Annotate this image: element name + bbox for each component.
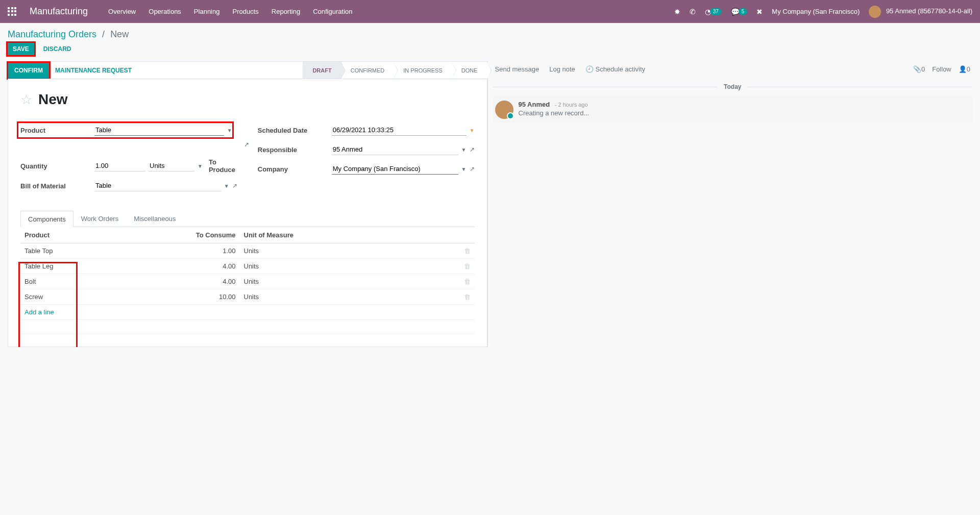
message-time: - 2 hours ago — [555, 102, 588, 108]
chat-badge[interactable]: 💬 5 — [731, 8, 748, 16]
status-in-progress[interactable]: IN PROGRESS — [394, 62, 451, 79]
apps-icon[interactable] — [8, 7, 17, 16]
add-line-link[interactable]: Add a line — [24, 308, 54, 316]
cell-qty[interactable]: 10.00 — [163, 289, 240, 305]
product-input[interactable] — [94, 125, 224, 136]
table-row[interactable]: Table Leg4.00Units🗑 — [20, 259, 475, 274]
save-button[interactable]: SAVE — [8, 43, 34, 55]
company-selector[interactable]: My Company (San Francisco) — [772, 8, 860, 15]
paperclip-icon: 📎 — [913, 65, 921, 73]
product-label: Product — [20, 127, 94, 134]
tabs: Components Work Orders Miscellaneous — [20, 210, 475, 227]
scheduled-date-label: Scheduled Date — [258, 127, 332, 134]
external-link-icon[interactable]: ↗ — [232, 182, 237, 189]
cell-qty[interactable]: 1.00 — [163, 243, 240, 259]
table-row[interactable]: Screw10.00Units🗑 — [20, 289, 475, 305]
form-actions: SAVE DISCARD — [8, 43, 972, 55]
cell-qty[interactable]: 4.00 — [163, 274, 240, 289]
chevron-down-icon[interactable]: ▼ — [470, 128, 475, 133]
cell-delete[interactable]: 🗑 — [459, 243, 475, 259]
cell-uom[interactable]: Units — [240, 243, 459, 259]
today-separator: Today — [718, 83, 747, 90]
scheduled-date-input[interactable] — [332, 125, 467, 136]
responsible-input[interactable] — [332, 144, 458, 155]
follow-button[interactable]: Follow — [932, 65, 951, 73]
trash-icon[interactable]: 🗑 — [464, 262, 471, 270]
phone-icon[interactable]: ✆ — [690, 8, 696, 16]
quantity-input[interactable] — [94, 160, 145, 171]
nav-overview[interactable]: Overview — [108, 8, 136, 15]
avatar-icon — [495, 101, 513, 119]
bug-icon[interactable]: ✸ — [674, 8, 680, 16]
tab-miscellaneous[interactable]: Miscellaneous — [126, 210, 183, 227]
status-draft[interactable]: DRAFT — [303, 62, 340, 79]
table-row[interactable]: Table Top1.00Units🗑 — [20, 243, 475, 259]
cell-delete[interactable]: 🗑 — [459, 274, 475, 289]
breadcrumb-current: New — [110, 29, 129, 39]
cell-uom[interactable]: Units — [240, 274, 459, 289]
breadcrumb-root[interactable]: Manufacturing Orders — [8, 29, 96, 39]
nav-reporting[interactable]: Reporting — [272, 8, 300, 15]
company-label: Company — [258, 165, 332, 173]
tab-work-orders[interactable]: Work Orders — [74, 210, 126, 227]
cell-uom[interactable]: Units — [240, 289, 459, 305]
followers-count[interactable]: 👤0 — [959, 65, 970, 73]
chevron-down-icon[interactable]: ▼ — [224, 183, 229, 189]
status-done[interactable]: DONE — [452, 62, 487, 79]
page-title: New — [38, 91, 68, 108]
send-message-button[interactable]: Send message — [495, 65, 540, 73]
attachments-count[interactable]: 📎0 — [913, 65, 925, 73]
nav-menu: Overview Operations Planning Products Re… — [108, 8, 352, 15]
to-produce-label: To Produce — [209, 158, 237, 174]
status-confirmed[interactable]: CONFIRMED — [341, 62, 394, 79]
cell-product[interactable]: Screw — [20, 289, 163, 305]
discard-button[interactable]: DISCARD — [38, 43, 77, 55]
cell-uom[interactable]: Units — [240, 259, 459, 274]
workflow-bar: CONFIRM MAINTENANCE REQUEST DRAFT CONFIR… — [8, 61, 487, 79]
maintenance-request-button[interactable]: MAINTENANCE REQUEST — [49, 63, 138, 78]
top-nav: Manufacturing Overview Operations Planni… — [0, 0, 980, 23]
nav-right: ✸ ✆ ◔ 37 💬 5 ✖ My Company (San Francisco… — [674, 6, 972, 18]
uom-input[interactable] — [149, 160, 194, 171]
external-link-icon[interactable]: ↗ — [244, 141, 249, 148]
log-note-button[interactable]: Log note — [549, 65, 575, 73]
table-row[interactable]: Bolt4.00Units🗑 — [20, 274, 475, 289]
favorite-star-icon[interactable]: ☆ — [20, 92, 32, 108]
cell-product[interactable]: Bolt — [20, 274, 163, 289]
external-link-icon[interactable]: ↗ — [470, 165, 475, 173]
cell-product[interactable]: Table Leg — [20, 259, 163, 274]
nav-planning[interactable]: Planning — [194, 8, 220, 15]
company-input[interactable] — [332, 163, 458, 175]
cell-product[interactable]: Table Top — [20, 243, 163, 259]
cell-qty[interactable]: 4.00 — [163, 259, 240, 274]
chevron-down-icon[interactable]: ▼ — [461, 147, 467, 153]
tools-icon[interactable]: ✖ — [756, 8, 763, 16]
trash-icon[interactable]: 🗑 — [464, 293, 471, 301]
nav-products[interactable]: Products — [232, 8, 258, 15]
trash-icon[interactable]: 🗑 — [464, 278, 471, 285]
chevron-down-icon[interactable]: ▼ — [227, 128, 232, 133]
tab-components[interactable]: Components — [20, 211, 74, 227]
external-link-icon[interactable]: ↗ — [470, 146, 475, 153]
bom-input[interactable] — [94, 180, 221, 191]
chevron-down-icon[interactable]: ▼ — [198, 163, 203, 169]
clock-badge[interactable]: ◔ 37 — [705, 8, 722, 16]
user-menu[interactable]: 95 Anmed (8567780-14-0-all) — [869, 6, 972, 18]
message: 95 Anmed - 2 hours ago Creating a new re… — [493, 96, 973, 123]
chevron-down-icon[interactable]: ▼ — [461, 166, 467, 172]
confirm-button[interactable]: CONFIRM — [8, 63, 49, 78]
col-actions — [459, 227, 475, 243]
breadcrumb-sep: / — [102, 29, 105, 39]
nav-operations[interactable]: Operations — [149, 8, 181, 15]
schedule-activity-button[interactable]: 🕘 Schedule activity — [585, 65, 645, 73]
cell-delete[interactable]: 🗑 — [459, 289, 475, 305]
breadcrumb: Manufacturing Orders / New — [8, 23, 972, 43]
nav-configuration[interactable]: Configuration — [313, 8, 352, 15]
responsible-label: Responsible — [258, 146, 332, 154]
trash-icon[interactable]: 🗑 — [464, 247, 471, 255]
statusbar: DRAFT CONFIRMED IN PROGRESS DONE — [303, 62, 486, 79]
message-author[interactable]: 95 Anmed — [519, 101, 550, 108]
cell-delete[interactable]: 🗑 — [459, 259, 475, 274]
quantity-label: Quantity — [20, 162, 94, 170]
app-brand[interactable]: Manufacturing — [30, 6, 88, 17]
